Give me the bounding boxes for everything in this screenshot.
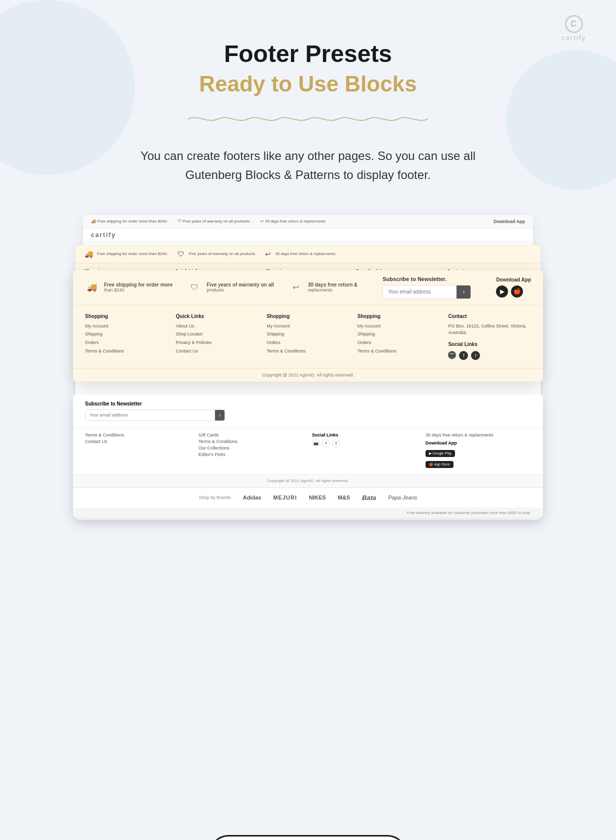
download-app-label: Download App	[496, 277, 531, 282]
explore-section: Explore Footers	[209, 835, 407, 840]
bottom-copyright: Copyright @ 2021 AgrinID. All rights res…	[73, 474, 543, 487]
brand-ms: M&S	[338, 494, 350, 500]
brands-section: Shop by Brands Adidas MEJURI NIKES M&S B…	[73, 487, 543, 508]
footer-preview-bottom: Subscribe to Newsletter › Terms & Condit…	[73, 394, 543, 518]
delivery-note: Free delivery available for customer pur…	[73, 508, 543, 518]
footer-col-shopping: Shopping My Account Shipping Orders Term…	[85, 314, 168, 360]
brand-adidas: Adidas	[243, 494, 262, 500]
description-text: You can create footers like any other pa…	[128, 146, 488, 185]
contact-address: PO Box. 16122, Collins Street, Victoria,…	[448, 323, 531, 336]
footer-col-shopping-3: Shopping My Account Shipping Orders Term…	[358, 314, 440, 360]
twitter-icon: t	[471, 351, 480, 360]
google-play-badge: ▶ Google Play	[426, 450, 455, 457]
bottom-newsletter-button[interactable]: ›	[215, 410, 224, 420]
shop-by-brands-label: Shop by Brands	[199, 495, 231, 500]
social-facebook: f	[322, 440, 330, 448]
brand-nikes: NIKES	[309, 494, 326, 500]
wave-divider	[188, 112, 428, 126]
footer-main-columns: Shopping My Account Shipping Orders Term…	[73, 306, 543, 368]
footer-copyright: Copyright @ 2021 AgrinID. All rights res…	[73, 368, 543, 382]
back-preview-top-bar: 🚚 Free shipping for order more than $240…	[83, 215, 533, 228]
newsletter-submit-button[interactable]: ›	[456, 286, 470, 298]
brand-bata: Bata	[362, 494, 376, 502]
footer-top-bar: 🚚 Free shipping for order more than $240…	[73, 270, 543, 306]
apple-icon: 🍎	[511, 286, 523, 298]
about-us-link[interactable]: About Us	[176, 323, 259, 330]
logo-text: cartify	[562, 34, 586, 42]
privacy-link[interactable]: Privacy & Policies	[176, 340, 259, 346]
brand-mejuri: MEJURI	[273, 494, 297, 500]
shop-locator-link[interactable]: Shop Locator	[176, 331, 259, 338]
shipping-icon: 🚚	[85, 280, 99, 294]
bottom-newsletter-input[interactable]	[86, 410, 215, 420]
warranty-icon: 🛡	[188, 280, 202, 294]
explore-footers-button[interactable]: Explore Footers	[209, 835, 407, 840]
instagram-icon: 📷	[448, 351, 456, 359]
android-icon: ▶	[496, 286, 508, 298]
back2-logo: cartify	[91, 232, 116, 238]
footer-col-contact: Contact PO Box. 16122, Collins Street, V…	[448, 314, 531, 360]
brand-papa-jeans: Papa Jeans	[388, 494, 417, 500]
newsletter-input[interactable]	[383, 286, 456, 298]
page-subtitle: Ready to Use Blocks	[199, 72, 416, 96]
previews-container: 🚚 Free shipping for order more than $240…	[73, 215, 543, 665]
social-icons: 📷 f t	[448, 351, 531, 360]
social-instagram: 📷	[312, 440, 320, 448]
page-title: Footer Presets	[224, 40, 392, 68]
footer-col-quick-links: Quick Links About Us Shop Locator Privac…	[176, 314, 259, 360]
app-store-badge: 🍎 App Store	[426, 461, 454, 468]
footer-col-shopping-2: Shopping My Account Shipping Orders Term…	[266, 314, 350, 360]
social-twitter: t	[332, 440, 340, 448]
newsletter-label: Subscribe to Newsletter.	[382, 276, 471, 282]
return-icon: ↩	[289, 280, 303, 294]
logo-icon: C	[565, 15, 583, 33]
facebook-icon: f	[459, 351, 468, 360]
footer-preview-front: 🚚 Free shipping for order more than $240…	[73, 270, 543, 382]
cartify-logo: C cartify	[562, 15, 586, 42]
contact-us-link[interactable]: Contact Us	[176, 348, 259, 354]
